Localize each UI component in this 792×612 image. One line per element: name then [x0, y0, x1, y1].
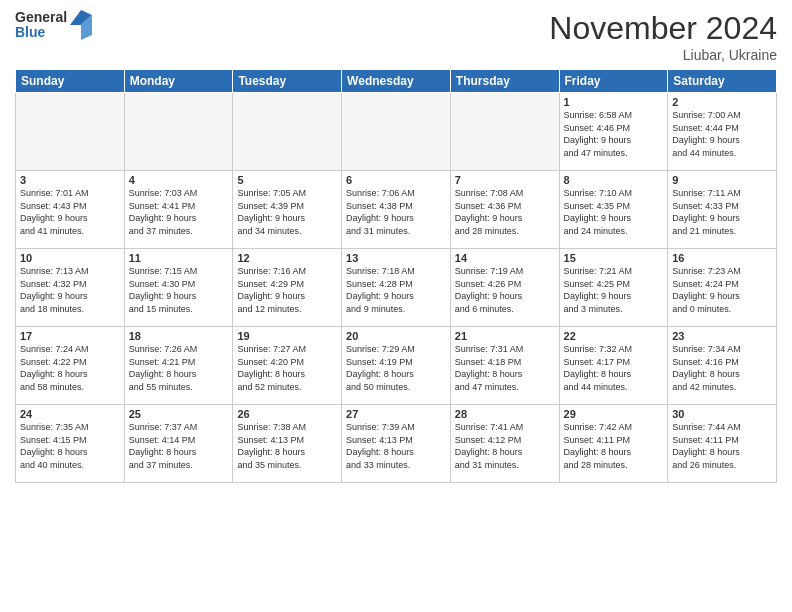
- calendar-row: 10Sunrise: 7:13 AM Sunset: 4:32 PM Dayli…: [16, 249, 777, 327]
- day-info: Sunrise: 7:03 AM Sunset: 4:41 PM Dayligh…: [129, 187, 229, 237]
- day-number: 25: [129, 408, 229, 420]
- day-info: Sunrise: 7:08 AM Sunset: 4:36 PM Dayligh…: [455, 187, 555, 237]
- day-info: Sunrise: 7:11 AM Sunset: 4:33 PM Dayligh…: [672, 187, 772, 237]
- day-number: 6: [346, 174, 446, 186]
- header-saturday: Saturday: [668, 70, 777, 93]
- day-number: 3: [20, 174, 120, 186]
- calendar-cell: 17Sunrise: 7:24 AM Sunset: 4:22 PM Dayli…: [16, 327, 125, 405]
- calendar-cell: 22Sunrise: 7:32 AM Sunset: 4:17 PM Dayli…: [559, 327, 668, 405]
- calendar-cell: [233, 93, 342, 171]
- day-number: 5: [237, 174, 337, 186]
- calendar-row: 1Sunrise: 6:58 AM Sunset: 4:46 PM Daylig…: [16, 93, 777, 171]
- logo-bird-icon: [70, 10, 92, 40]
- day-number: 4: [129, 174, 229, 186]
- calendar-cell: 21Sunrise: 7:31 AM Sunset: 4:18 PM Dayli…: [450, 327, 559, 405]
- day-info: Sunrise: 7:38 AM Sunset: 4:13 PM Dayligh…: [237, 421, 337, 471]
- day-number: 24: [20, 408, 120, 420]
- calendar-cell: [124, 93, 233, 171]
- calendar-cell: 28Sunrise: 7:41 AM Sunset: 4:12 PM Dayli…: [450, 405, 559, 483]
- calendar-cell: 19Sunrise: 7:27 AM Sunset: 4:20 PM Dayli…: [233, 327, 342, 405]
- day-info: Sunrise: 7:15 AM Sunset: 4:30 PM Dayligh…: [129, 265, 229, 315]
- day-info: Sunrise: 7:19 AM Sunset: 4:26 PM Dayligh…: [455, 265, 555, 315]
- day-info: Sunrise: 7:37 AM Sunset: 4:14 PM Dayligh…: [129, 421, 229, 471]
- day-number: 26: [237, 408, 337, 420]
- day-number: 1: [564, 96, 664, 108]
- calendar-cell: 2Sunrise: 7:00 AM Sunset: 4:44 PM Daylig…: [668, 93, 777, 171]
- calendar-cell: 25Sunrise: 7:37 AM Sunset: 4:14 PM Dayli…: [124, 405, 233, 483]
- day-number: 29: [564, 408, 664, 420]
- day-number: 23: [672, 330, 772, 342]
- day-info: Sunrise: 7:24 AM Sunset: 4:22 PM Dayligh…: [20, 343, 120, 393]
- calendar-cell: 8Sunrise: 7:10 AM Sunset: 4:35 PM Daylig…: [559, 171, 668, 249]
- header-wednesday: Wednesday: [342, 70, 451, 93]
- calendar-cell: [450, 93, 559, 171]
- day-info: Sunrise: 7:27 AM Sunset: 4:20 PM Dayligh…: [237, 343, 337, 393]
- day-info: Sunrise: 7:00 AM Sunset: 4:44 PM Dayligh…: [672, 109, 772, 159]
- day-number: 14: [455, 252, 555, 264]
- day-number: 19: [237, 330, 337, 342]
- calendar-cell: 6Sunrise: 7:06 AM Sunset: 4:38 PM Daylig…: [342, 171, 451, 249]
- logo-line1: General: [15, 10, 67, 25]
- calendar-row: 17Sunrise: 7:24 AM Sunset: 4:22 PM Dayli…: [16, 327, 777, 405]
- calendar-cell: 4Sunrise: 7:03 AM Sunset: 4:41 PM Daylig…: [124, 171, 233, 249]
- calendar-cell: 3Sunrise: 7:01 AM Sunset: 4:43 PM Daylig…: [16, 171, 125, 249]
- day-info: Sunrise: 7:10 AM Sunset: 4:35 PM Dayligh…: [564, 187, 664, 237]
- calendar-row: 3Sunrise: 7:01 AM Sunset: 4:43 PM Daylig…: [16, 171, 777, 249]
- day-info: Sunrise: 7:16 AM Sunset: 4:29 PM Dayligh…: [237, 265, 337, 315]
- title-block: November 2024 Liubar, Ukraine: [549, 10, 777, 63]
- day-info: Sunrise: 7:01 AM Sunset: 4:43 PM Dayligh…: [20, 187, 120, 237]
- day-number: 7: [455, 174, 555, 186]
- calendar-cell: 15Sunrise: 7:21 AM Sunset: 4:25 PM Dayli…: [559, 249, 668, 327]
- logo-graphic: General Blue: [15, 10, 92, 41]
- day-number: 30: [672, 408, 772, 420]
- calendar-cell: [16, 93, 125, 171]
- calendar-cell: 1Sunrise: 6:58 AM Sunset: 4:46 PM Daylig…: [559, 93, 668, 171]
- calendar-cell: 9Sunrise: 7:11 AM Sunset: 4:33 PM Daylig…: [668, 171, 777, 249]
- calendar-table: Sunday Monday Tuesday Wednesday Thursday…: [15, 69, 777, 483]
- day-number: 16: [672, 252, 772, 264]
- calendar-cell: 30Sunrise: 7:44 AM Sunset: 4:11 PM Dayli…: [668, 405, 777, 483]
- calendar-cell: 7Sunrise: 7:08 AM Sunset: 4:36 PM Daylig…: [450, 171, 559, 249]
- day-number: 27: [346, 408, 446, 420]
- calendar-cell: 10Sunrise: 7:13 AM Sunset: 4:32 PM Dayli…: [16, 249, 125, 327]
- logo: General Blue: [15, 10, 92, 41]
- calendar-cell: 13Sunrise: 7:18 AM Sunset: 4:28 PM Dayli…: [342, 249, 451, 327]
- day-number: 17: [20, 330, 120, 342]
- day-info: Sunrise: 7:05 AM Sunset: 4:39 PM Dayligh…: [237, 187, 337, 237]
- day-info: Sunrise: 7:06 AM Sunset: 4:38 PM Dayligh…: [346, 187, 446, 237]
- day-number: 18: [129, 330, 229, 342]
- weekday-header-row: Sunday Monday Tuesday Wednesday Thursday…: [16, 70, 777, 93]
- day-number: 2: [672, 96, 772, 108]
- calendar-cell: 5Sunrise: 7:05 AM Sunset: 4:39 PM Daylig…: [233, 171, 342, 249]
- day-info: Sunrise: 7:31 AM Sunset: 4:18 PM Dayligh…: [455, 343, 555, 393]
- calendar-cell: 29Sunrise: 7:42 AM Sunset: 4:11 PM Dayli…: [559, 405, 668, 483]
- month-title: November 2024: [549, 10, 777, 47]
- calendar-cell: 23Sunrise: 7:34 AM Sunset: 4:16 PM Dayli…: [668, 327, 777, 405]
- day-info: Sunrise: 6:58 AM Sunset: 4:46 PM Dayligh…: [564, 109, 664, 159]
- day-info: Sunrise: 7:18 AM Sunset: 4:28 PM Dayligh…: [346, 265, 446, 315]
- day-info: Sunrise: 7:13 AM Sunset: 4:32 PM Dayligh…: [20, 265, 120, 315]
- day-info: Sunrise: 7:42 AM Sunset: 4:11 PM Dayligh…: [564, 421, 664, 471]
- calendar-cell: 27Sunrise: 7:39 AM Sunset: 4:13 PM Dayli…: [342, 405, 451, 483]
- day-info: Sunrise: 7:26 AM Sunset: 4:21 PM Dayligh…: [129, 343, 229, 393]
- calendar-cell: 12Sunrise: 7:16 AM Sunset: 4:29 PM Dayli…: [233, 249, 342, 327]
- day-info: Sunrise: 7:29 AM Sunset: 4:19 PM Dayligh…: [346, 343, 446, 393]
- day-info: Sunrise: 7:44 AM Sunset: 4:11 PM Dayligh…: [672, 421, 772, 471]
- day-number: 22: [564, 330, 664, 342]
- day-number: 20: [346, 330, 446, 342]
- day-info: Sunrise: 7:21 AM Sunset: 4:25 PM Dayligh…: [564, 265, 664, 315]
- day-number: 9: [672, 174, 772, 186]
- calendar-cell: [342, 93, 451, 171]
- calendar-row: 24Sunrise: 7:35 AM Sunset: 4:15 PM Dayli…: [16, 405, 777, 483]
- day-number: 28: [455, 408, 555, 420]
- day-number: 12: [237, 252, 337, 264]
- day-number: 21: [455, 330, 555, 342]
- calendar-cell: 18Sunrise: 7:26 AM Sunset: 4:21 PM Dayli…: [124, 327, 233, 405]
- location: Liubar, Ukraine: [549, 47, 777, 63]
- day-number: 15: [564, 252, 664, 264]
- day-number: 11: [129, 252, 229, 264]
- calendar-cell: 26Sunrise: 7:38 AM Sunset: 4:13 PM Dayli…: [233, 405, 342, 483]
- header: General Blue November 2024 Liubar, Ukrai…: [15, 10, 777, 63]
- calendar-cell: 20Sunrise: 7:29 AM Sunset: 4:19 PM Dayli…: [342, 327, 451, 405]
- page-container: General Blue November 2024 Liubar, Ukrai…: [0, 0, 792, 488]
